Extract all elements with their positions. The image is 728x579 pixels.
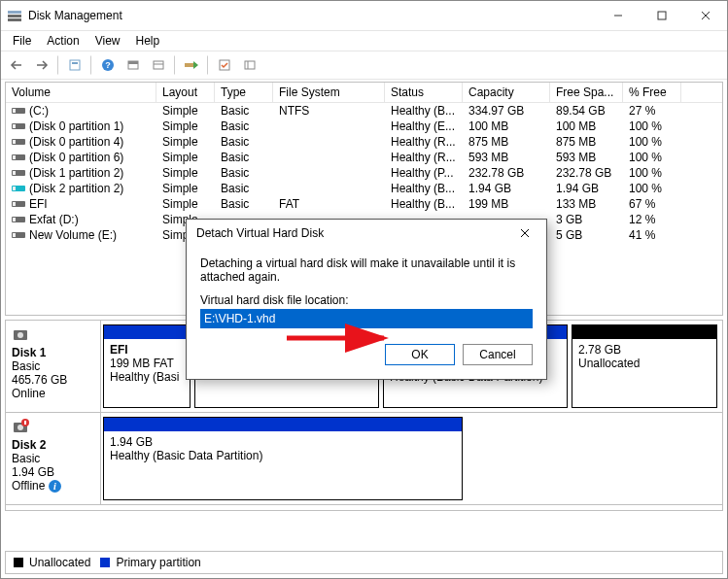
volume-pct: 27 % bbox=[623, 103, 681, 119]
svg-rect-19 bbox=[245, 61, 255, 69]
volume-list-header: Volume Layout Type File System Status Ca… bbox=[6, 83, 722, 103]
volume-type: Basic bbox=[215, 181, 273, 196]
volume-layout: Simple bbox=[156, 134, 215, 150]
disk-row[interactable]: Disk 2Basic1.94 GBOffline i1.94 GBHealth… bbox=[6, 413, 722, 505]
volume-row[interactable]: (Disk 2 partition 2)SimpleBasicHealthy (… bbox=[6, 181, 722, 196]
drive-icon bbox=[12, 199, 25, 209]
vhd-location-input[interactable] bbox=[200, 309, 533, 328]
volume-pct: 100 % bbox=[623, 150, 681, 165]
volume-free: 1.94 GB bbox=[550, 181, 623, 196]
volume-layout: Simple bbox=[156, 196, 215, 212]
back-button[interactable] bbox=[5, 53, 28, 77]
volume-type: Basic bbox=[215, 119, 273, 134]
volume-pct: 100 % bbox=[623, 119, 681, 134]
volume-row[interactable]: (Disk 1 partition 2)SimpleBasicHealthy (… bbox=[6, 165, 722, 181]
drive-icon bbox=[12, 121, 25, 131]
menu-help[interactable]: Help bbox=[128, 32, 168, 50]
toolbar-btn-5[interactable] bbox=[213, 53, 236, 77]
partition[interactable]: 2.78 GBUnallocated bbox=[572, 324, 717, 408]
col-fs[interactable]: File System bbox=[273, 83, 385, 102]
volume-row[interactable]: (Disk 0 partition 1)SimpleBasicHealthy (… bbox=[6, 119, 722, 134]
volume-status: Healthy (B... bbox=[385, 196, 463, 212]
menu-action[interactable]: Action bbox=[39, 32, 87, 50]
volume-type: Basic bbox=[215, 165, 273, 181]
volume-capacity: 875 MB bbox=[463, 134, 550, 150]
disk-kind: Basic bbox=[12, 359, 94, 373]
toolbar-btn-4[interactable] bbox=[180, 53, 203, 77]
maximize-button[interactable] bbox=[640, 1, 683, 30]
volume-row[interactable]: (Disk 0 partition 6)SimpleBasicHealthy (… bbox=[6, 150, 722, 165]
volume-name: EFI bbox=[29, 197, 48, 211]
volume-capacity: 1.94 GB bbox=[463, 181, 550, 196]
volume-status: Healthy (B... bbox=[385, 103, 463, 119]
svg-rect-24 bbox=[13, 124, 16, 128]
volume-status: Healthy (R... bbox=[385, 150, 463, 165]
drive-icon bbox=[12, 106, 25, 116]
volume-type: Basic bbox=[215, 196, 273, 212]
drive-icon bbox=[12, 168, 25, 178]
col-capacity[interactable]: Capacity bbox=[463, 83, 550, 102]
svg-rect-32 bbox=[13, 187, 16, 190]
volume-name: (Disk 1 partition 2) bbox=[29, 166, 123, 180]
disk-management-window: Disk Management File Action View Help ? … bbox=[0, 0, 728, 579]
col-free[interactable]: Free Spa... bbox=[550, 83, 623, 102]
svg-rect-0 bbox=[8, 11, 21, 14]
help-button[interactable]: ? bbox=[96, 53, 120, 77]
volume-name: (Disk 0 partition 1) bbox=[29, 119, 123, 133]
drive-icon bbox=[12, 230, 25, 240]
forward-button[interactable] bbox=[30, 53, 53, 77]
volume-row[interactable]: EFISimpleBasicFATHealthy (B...199 MB133 … bbox=[6, 196, 722, 212]
col-volume[interactable]: Volume bbox=[6, 83, 156, 102]
volume-fs bbox=[273, 165, 385, 181]
disk-info: Disk 1Basic465.76 GBOnline bbox=[6, 321, 101, 412]
toolbar-btn-2[interactable] bbox=[121, 53, 145, 77]
volume-row[interactable]: (C:)SimpleBasicNTFSHealthy (B...334.97 G… bbox=[6, 103, 722, 119]
toolbar-btn-3[interactable] bbox=[147, 53, 170, 77]
partition[interactable]: 1.94 GBHealthy (Basic Data Partition) bbox=[103, 417, 463, 500]
toolbar-btn-1[interactable] bbox=[63, 53, 87, 77]
info-icon: i bbox=[49, 480, 61, 493]
ok-button[interactable]: OK bbox=[385, 344, 455, 365]
toolbar-btn-6[interactable] bbox=[238, 53, 261, 77]
minimize-button[interactable] bbox=[596, 1, 640, 30]
col-pct[interactable]: % Free bbox=[623, 83, 681, 102]
menu-file[interactable]: File bbox=[5, 32, 39, 50]
toolbar-separator bbox=[90, 55, 92, 75]
volume-free: 89.54 GB bbox=[550, 103, 623, 119]
svg-line-5 bbox=[702, 12, 710, 19]
partition-label: 1.94 GBHealthy (Basic Data Partition) bbox=[104, 431, 462, 499]
partition[interactable]: EFI199 MB FATHealthy (Basi bbox=[103, 324, 191, 408]
svg-rect-2 bbox=[8, 18, 21, 21]
volume-fs: FAT bbox=[273, 196, 385, 212]
volume-status: Healthy (B... bbox=[385, 181, 463, 196]
dialog-close-button[interactable] bbox=[505, 220, 544, 247]
col-status[interactable]: Status bbox=[385, 83, 463, 102]
volume-row[interactable]: (Disk 0 partition 4)SimpleBasicHealthy (… bbox=[6, 134, 722, 150]
svg-rect-44 bbox=[24, 421, 26, 425]
cancel-button[interactable]: Cancel bbox=[463, 344, 533, 365]
legend-swatch-unallocated bbox=[14, 558, 23, 567]
disk-size: 465.76 GB bbox=[12, 373, 94, 387]
menu-view[interactable]: View bbox=[87, 32, 128, 50]
svg-rect-14 bbox=[128, 61, 138, 64]
disk-kind: Basic bbox=[12, 452, 94, 465]
window-title: Disk Management bbox=[28, 9, 596, 22]
svg-rect-4 bbox=[658, 12, 666, 19]
svg-rect-10 bbox=[72, 62, 78, 64]
volume-pct: 100 % bbox=[623, 134, 681, 150]
volume-pct: 12 % bbox=[623, 212, 681, 227]
svg-rect-1 bbox=[8, 15, 21, 17]
volume-status: Healthy (E... bbox=[385, 119, 463, 134]
volume-pct: 41 % bbox=[623, 227, 681, 243]
close-button[interactable] bbox=[683, 1, 727, 30]
volume-capacity: 593 MB bbox=[463, 150, 550, 165]
volume-capacity: 100 MB bbox=[463, 119, 550, 134]
col-layout[interactable]: Layout bbox=[156, 83, 215, 102]
drive-icon bbox=[12, 184, 25, 193]
volume-type: Basic bbox=[215, 134, 273, 150]
col-type[interactable]: Type bbox=[215, 83, 273, 102]
volume-fs bbox=[273, 181, 385, 196]
legend-primary-label: Primary partition bbox=[116, 556, 200, 569]
disk-partitions: 1.94 GBHealthy (Basic Data Partition) bbox=[101, 413, 722, 504]
disk-info: Disk 2Basic1.94 GBOffline i bbox=[6, 413, 101, 504]
